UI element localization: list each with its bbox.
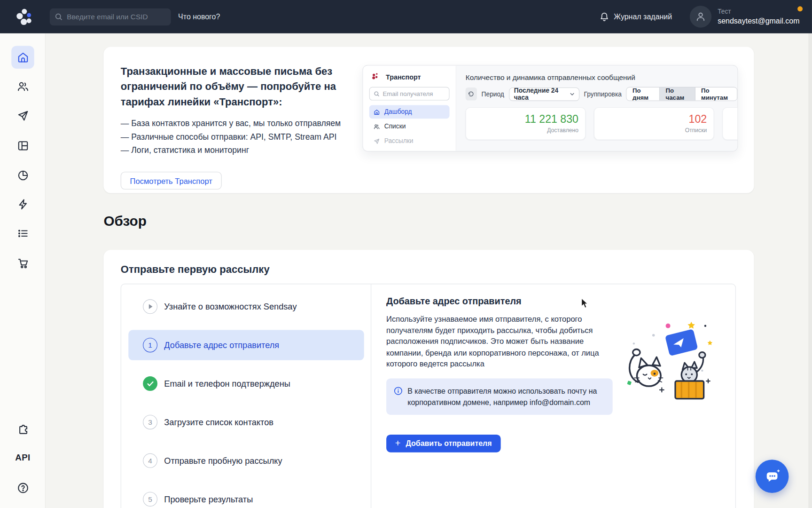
preview-nav-label: Списки	[384, 123, 406, 130]
home-icon	[16, 51, 30, 64]
step-send-test[interactable]: 4 Отправьте пробную рассылку	[121, 441, 371, 480]
stat-card-unsubscribed: 102 Отписки	[594, 107, 714, 140]
promo-bullet: — Различные способы отправки: API, SMTP,…	[121, 130, 356, 144]
period-select[interactable]: Последние 24 часа	[509, 87, 579, 101]
detail-body: Используйте узнаваемое имя отправителя, …	[386, 313, 620, 369]
step-label: Узнайте о возможностях Sendsay	[164, 302, 297, 311]
check-icon	[143, 376, 157, 391]
step-number: 4	[143, 453, 157, 468]
step-watch-video[interactable]: Узнайте о возможностях Sendsay	[121, 287, 371, 326]
info-callout: В качестве отправителя можно использоват…	[386, 378, 613, 414]
topbar: Что нового? Журнал заданий Тест sendsayt…	[0, 0, 812, 33]
promo-bullets: — База контактов хранится у вас, мы толь…	[121, 117, 356, 157]
topbar-search	[50, 8, 171, 25]
grouping-by-hours[interactable]: По часам	[660, 87, 695, 101]
panel-divider	[371, 284, 371, 508]
sidebar-item-home[interactable]	[11, 46, 34, 69]
grouping-label: Группировка	[584, 90, 622, 97]
contacts-icon	[374, 123, 380, 130]
main-content: Транзакционные и массовые письма без огр…	[46, 33, 812, 508]
detail-title: Добавьте адрес отправителя	[386, 296, 522, 307]
onboarding-panel: Узнайте о возможностях Sendsay 1 Добавьт…	[121, 284, 736, 508]
add-sender-button[interactable]: + Добавить отправителя	[386, 435, 500, 452]
info-icon	[394, 387, 403, 395]
onboarding-title: Отправьте первую рассылку	[121, 263, 270, 275]
preview-controls: Период Последние 24 часа Группировка По …	[466, 87, 738, 101]
preview-nav: Дашборд Списки Рассылки	[369, 105, 450, 148]
whats-new-link[interactable]: Что нового?	[178, 13, 220, 21]
step-add-sender[interactable]: 1 Добавьте адрес отправителя	[121, 326, 371, 365]
refresh-button[interactable]	[466, 87, 477, 101]
unsubscribed-label: Отписки	[601, 127, 707, 133]
user-info: Тест sendsaytest@gmail.com	[718, 7, 799, 26]
promo-title: Транзакционные и массовые письма без огр…	[121, 64, 356, 109]
sidebar-item-integrations[interactable]	[11, 417, 34, 440]
steps-list: Узнайте о возможностях Sendsay 1 Добавьт…	[121, 287, 371, 508]
transport-preview: Транспорт Дашборд Списки	[362, 65, 738, 151]
preview-sidebar: Транспорт Дашборд Списки	[363, 65, 456, 151]
sendsay-logo-icon[interactable]	[15, 6, 35, 27]
preview-nav-lists[interactable]: Списки	[369, 120, 450, 134]
grouping-by-days[interactable]: По дням	[627, 87, 660, 101]
puzzle-icon	[16, 422, 30, 435]
grouping-by-minutes[interactable]: По минутам	[695, 87, 737, 101]
promo-bullet: — Логи, статистика и мониторинг	[121, 143, 356, 157]
search-input[interactable]	[67, 13, 165, 21]
cart-icon	[16, 256, 30, 270]
sidebar-item-lists[interactable]	[11, 222, 34, 245]
step-number: 3	[143, 415, 157, 429]
promo-text: Транзакционные и массовые письма без огр…	[121, 64, 356, 157]
sidebar-item-templates[interactable]	[11, 134, 34, 157]
paper-plane-icon	[374, 138, 380, 144]
step-email-phone-confirmed[interactable]: Email и телефон подтверждены	[121, 365, 371, 403]
sidebar: API	[0, 33, 46, 508]
chat-button[interactable]	[756, 460, 789, 493]
stat-card-delivered: 11 221 830 Доставлено	[466, 107, 586, 140]
user-icon	[695, 11, 706, 22]
scrollbar[interactable]	[808, 33, 812, 508]
step-detail: Добавьте адрес отправителя Используйте у…	[386, 284, 735, 508]
bell-icon	[600, 12, 609, 22]
sidebar-item-store[interactable]	[11, 251, 34, 274]
user-menu[interactable]: Тест sendsaytest@gmail.com	[690, 6, 800, 27]
step-check-results[interactable]: 5 Проверьте результаты	[121, 480, 371, 508]
delivered-label: Доставлено	[473, 127, 578, 133]
tasks-journal-button[interactable]: Журнал заданий	[600, 12, 672, 22]
preview-nav-campaigns[interactable]: Рассылки	[369, 135, 450, 148]
period-label: Период	[482, 90, 504, 97]
api-label: API	[15, 453, 30, 463]
view-transport-button[interactable]: Посмотреть Транспорт	[121, 172, 222, 190]
grouping-segmented-control: По дням По часам По минутам	[626, 87, 737, 101]
sidebar-item-statistics[interactable]	[11, 163, 34, 186]
transport-brand: Транспорт	[369, 72, 450, 82]
sidebar-item-campaigns[interactable]	[11, 104, 34, 127]
promo-card: Транзакционные и массовые письма без огр…	[103, 47, 754, 193]
preview-nav-label: Дашборд	[384, 108, 412, 115]
step-label: Загрузите список контактов	[164, 417, 273, 427]
preview-stats: 11 221 830 Доставлено 102 Отписки	[466, 107, 738, 140]
app-window: Что нового? Журнал заданий Тест sendsayt…	[0, 0, 812, 508]
user-email: sendsaytest@gmail.com	[718, 16, 799, 26]
tasks-journal-label: Журнал заданий	[614, 13, 672, 21]
add-sender-label: Добавить отправителя	[406, 439, 492, 448]
info-text: В качестве отправителя можно использоват…	[407, 385, 605, 408]
step-upload-contacts[interactable]: 3 Загрузите список контактов	[121, 403, 371, 442]
chat-icon	[765, 468, 780, 484]
sidebar-item-help[interactable]	[11, 476, 34, 500]
preview-chart-title: Количество и динамика отправленных сообщ…	[466, 73, 738, 82]
sidebar-item-automation[interactable]	[11, 192, 34, 215]
recipient-email-input[interactable]	[383, 90, 445, 97]
preview-search	[369, 87, 450, 101]
unsubscribed-value: 102	[601, 112, 707, 126]
home-icon	[374, 109, 380, 115]
sidebar-item-api[interactable]: API	[11, 446, 34, 469]
search-icon	[55, 13, 63, 21]
avatar	[690, 6, 711, 27]
chevron-down-icon	[570, 92, 574, 95]
contacts-icon	[16, 80, 30, 93]
paper-plane-icon	[16, 109, 30, 122]
step-number: 5	[143, 492, 157, 507]
preview-nav-dashboard[interactable]: Дашборд	[369, 105, 450, 119]
lightning-icon	[16, 198, 30, 211]
sidebar-item-contacts[interactable]	[11, 75, 34, 98]
